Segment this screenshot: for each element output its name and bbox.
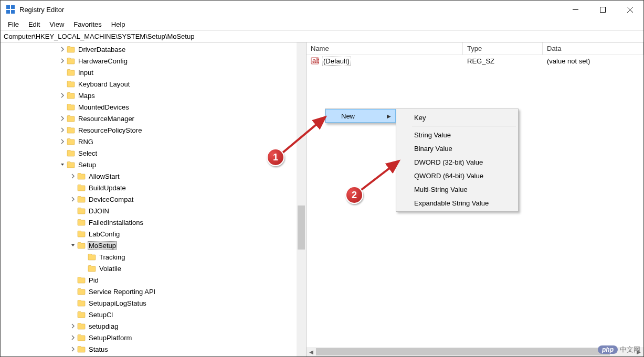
expand-icon[interactable] — [58, 47, 67, 52]
tree-item[interactable]: FailedInstallations — [1, 217, 306, 228]
submenu-item-string[interactable]: String Value — [396, 128, 518, 142]
folder-icon — [77, 184, 86, 191]
list-header: Name Type Data — [307, 42, 643, 55]
tree-item[interactable]: Setup — [1, 159, 306, 170]
tree-item[interactable]: ResourceManager — [1, 113, 306, 124]
tree-item[interactable]: DriverDatabase — [1, 44, 306, 55]
value-list-pane: Name Type Data (Default) REG_SZ (value n… — [307, 42, 643, 356]
context-submenu-new[interactable]: Key String Value Binary Value DWORD (32-… — [396, 109, 519, 212]
expand-icon[interactable] — [69, 174, 77, 179]
list-body[interactable]: (Default) REG_SZ (value not set) New ▶ K… — [307, 55, 643, 347]
folder-icon — [77, 172, 86, 180]
collapse-icon[interactable] — [69, 243, 77, 248]
column-header-type[interactable]: Type — [463, 42, 543, 55]
annotation-badge-1: 1 — [267, 148, 284, 166]
tree-item[interactable]: Tracking — [1, 251, 306, 263]
menu-view[interactable]: View — [45, 19, 68, 29]
scroll-left-icon[interactable]: ◄ — [307, 347, 316, 356]
tree-item-label: Maps — [77, 91, 96, 100]
tree-item[interactable]: RNG — [1, 136, 306, 147]
menu-file[interactable]: File — [4, 19, 23, 29]
window-controls — [562, 1, 643, 18]
expand-icon[interactable] — [58, 139, 67, 144]
collapse-icon[interactable] — [58, 162, 67, 167]
tree-item[interactable]: ResourcePolicyStore — [1, 124, 306, 136]
tree-vertical-scrollbar[interactable] — [297, 42, 306, 356]
app-icon — [6, 5, 15, 14]
folder-icon — [67, 69, 75, 76]
folder-icon — [67, 138, 75, 145]
tree-item-label: SetupPlatform — [88, 333, 133, 342]
tree-item-label: BuildUpdate — [88, 183, 127, 192]
tree-item[interactable]: Volatile — [1, 263, 306, 274]
tree-item[interactable]: Select — [1, 147, 306, 159]
folder-icon — [77, 230, 86, 237]
tree-item[interactable]: Maps — [1, 90, 306, 101]
tree-item[interactable]: AllowStart — [1, 170, 306, 182]
submenu-item-qword[interactable]: QWORD (64-bit) Value — [396, 169, 518, 182]
submenu-item-dword[interactable]: DWORD (32-bit) Value — [396, 155, 518, 169]
value-name: (Default) — [322, 57, 351, 66]
folder-icon — [77, 219, 86, 226]
tree-item[interactable]: HardwareConfig — [1, 55, 306, 67]
tree-item-label: Input — [77, 68, 94, 77]
folder-icon — [67, 80, 75, 88]
value-row-default[interactable]: (Default) REG_SZ (value not set) — [307, 55, 643, 67]
tree-item[interactable]: Status — [1, 343, 306, 355]
tree-item-label: Status — [88, 345, 109, 354]
tree-item[interactable]: MoSetup — [1, 240, 306, 251]
expand-icon[interactable] — [58, 127, 67, 133]
tree-item-label: Select — [77, 149, 98, 158]
tree-item[interactable]: Keyboard Layout — [1, 78, 306, 90]
column-header-data[interactable]: Data — [543, 42, 643, 55]
menu-help[interactable]: Help — [107, 19, 130, 29]
menu-favorites[interactable]: Favorites — [69, 19, 105, 29]
tree-item[interactable]: SetupCl — [1, 309, 306, 320]
maximize-button[interactable] — [589, 1, 616, 18]
expand-icon[interactable] — [58, 58, 67, 63]
registry-tree[interactable]: DriverDatabaseHardwareConfigInputKeyboar… — [1, 42, 306, 356]
tree-item[interactable]: Input — [1, 67, 306, 78]
column-header-name[interactable]: Name — [307, 42, 463, 55]
tree-item[interactable]: BuildUpdate — [1, 182, 306, 193]
scrollbar-track[interactable] — [316, 347, 634, 356]
annotation-badge-2: 2 — [345, 186, 363, 204]
tree-item[interactable]: Service Reporting API — [1, 286, 306, 297]
tree-item[interactable]: setupdiag — [1, 320, 306, 332]
minimize-button[interactable] — [562, 1, 589, 18]
tree-item[interactable]: LabConfig — [1, 228, 306, 240]
expand-icon[interactable] — [69, 335, 77, 340]
tree-item[interactable]: Pid — [1, 274, 306, 286]
expand-icon[interactable] — [58, 93, 67, 98]
tree-item[interactable]: SetupapiLogStatus — [1, 297, 306, 309]
close-button[interactable] — [616, 1, 643, 18]
list-horizontal-scrollbar[interactable]: ◄ ► — [307, 347, 643, 356]
tree-item[interactable]: DJOIN — [1, 205, 306, 217]
tree-item[interactable]: SetupPlatform — [1, 332, 306, 343]
tree-item[interactable]: DeviceCompat — [1, 193, 306, 205]
menu-edit[interactable]: Edit — [24, 19, 44, 29]
folder-icon — [67, 92, 75, 99]
submenu-item-expandable[interactable]: Expandable String Value — [396, 196, 518, 210]
submenu-item-binary[interactable]: Binary Value — [396, 142, 518, 155]
scrollbar-thumb[interactable] — [298, 205, 305, 250]
submenu-item-key[interactable]: Key — [396, 111, 518, 124]
folder-icon — [67, 115, 75, 122]
expand-icon[interactable] — [69, 197, 77, 202]
address-bar[interactable]: Computer\HKEY_LOCAL_MACHINE\SYSTEM\Setup… — [1, 30, 643, 42]
expand-icon[interactable] — [58, 116, 67, 121]
string-value-icon — [311, 57, 319, 65]
context-menu-new[interactable]: New ▶ — [325, 109, 396, 123]
scrollbar-thumb[interactable] — [316, 348, 610, 355]
folder-icon — [88, 253, 96, 261]
expand-icon[interactable] — [69, 323, 77, 329]
svg-rect-7 — [600, 7, 605, 12]
submenu-item-multistring[interactable]: Multi-String Value — [396, 182, 518, 196]
expand-icon[interactable] — [69, 347, 77, 352]
tree-item-label: AllowStart — [88, 172, 121, 181]
context-menu[interactable]: New ▶ — [325, 109, 396, 123]
folder-icon — [77, 288, 86, 295]
tree-item[interactable]: MountedDevices — [1, 101, 306, 113]
folder-icon — [67, 149, 75, 157]
folder-icon — [77, 207, 86, 214]
